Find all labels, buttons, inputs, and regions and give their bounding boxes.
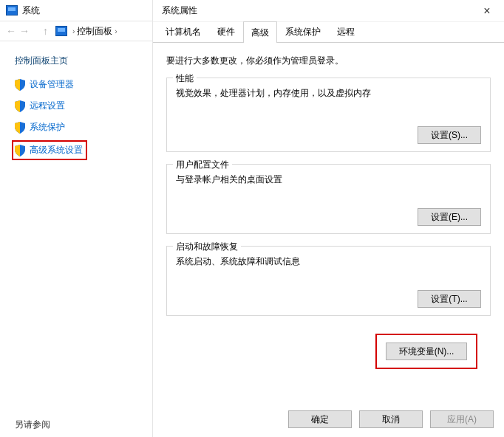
apply-button[interactable]: 应用(A) (430, 410, 494, 428)
close-icon[interactable]: × (470, 0, 504, 22)
sidebar-list: 设备管理器 远程设置 系统保护 高级系统设置 (15, 78, 140, 160)
monitor-icon (6, 5, 18, 16)
shield-icon (15, 100, 25, 112)
admin-notice: 要进行大多数更改，你必须作为管理员登录。 (166, 55, 491, 67)
nav-forward-icon[interactable]: → (18, 24, 31, 38)
chevron-right-icon: › (112, 27, 119, 35)
shield-icon (15, 122, 25, 134)
tab-hardware[interactable]: 硬件 (209, 21, 243, 42)
see-also-label: 另请参阅 (15, 419, 50, 431)
breadcrumb-bar: ← → ↑ › 控制面板 › (0, 21, 152, 41)
window-titlebar: 系统 (0, 0, 152, 21)
group-startup-recovery: 启动和故障恢复 系统启动、系统故障和调试信息 设置(T)... (166, 246, 491, 316)
environment-variables-button[interactable]: 环境变量(N)... (386, 343, 467, 360)
tab-remote[interactable]: 远程 (329, 21, 363, 42)
group-title: 性能 (173, 72, 197, 85)
breadcrumb-item[interactable]: 控制面板 (77, 25, 112, 38)
group-title: 用户配置文件 (173, 159, 232, 171)
startup-recovery-settings-button[interactable]: 设置(T)... (418, 290, 481, 308)
control-panel-system-pane: 系统 ← → ↑ › 控制面板 › 控制面板主页 设备管理器 远程设置 系统保护 (0, 0, 152, 437)
dialog-body: 要进行大多数更改，你必须作为管理员登录。 性能 视觉效果，处理器计划，内存使用，… (153, 43, 504, 369)
dialog-title: 系统属性 (162, 4, 197, 17)
sidebar-item-remote-settings[interactable]: 远程设置 (15, 99, 140, 113)
sidebar-item-device-manager[interactable]: 设备管理器 (15, 78, 140, 92)
nav-back-icon[interactable]: ← (4, 24, 18, 38)
shield-icon (15, 79, 25, 91)
dialog-titlebar: 系统属性 × (153, 0, 504, 22)
tab-system-protection[interactable]: 系统保护 (277, 21, 329, 42)
highlight-advanced-system-settings: 高级系统设置 (12, 140, 87, 160)
tab-strip: 计算机名 硬件 高级 系统保护 远程 (153, 22, 504, 43)
sidebar-item-system-protection[interactable]: 系统保护 (15, 120, 140, 134)
sidebar-item-label: 系统保护 (30, 121, 65, 134)
chevron-right-icon: › (70, 27, 77, 35)
window-title: 系统 (22, 4, 40, 17)
ok-button[interactable]: 确定 (288, 410, 352, 428)
performance-settings-button[interactable]: 设置(S)... (418, 126, 481, 144)
system-properties-dialog: 系统属性 × 计算机名 硬件 高级 系统保护 远程 要进行大多数更改，你必须作为… (152, 0, 504, 437)
shield-icon (15, 145, 25, 156)
group-title: 启动和故障恢复 (173, 241, 241, 253)
sidebar-item-label: 高级系统设置 (30, 144, 83, 156)
group-desc: 系统启动、系统故障和调试信息 (176, 255, 481, 268)
tab-advanced[interactable]: 高级 (243, 21, 277, 43)
sidebar-item-advanced-system-settings[interactable]: 高级系统设置 (15, 143, 83, 157)
cancel-button[interactable]: 取消 (359, 410, 423, 428)
monitor-icon (55, 26, 67, 36)
user-profiles-settings-button[interactable]: 设置(E)... (418, 208, 481, 226)
sidebar: 控制面板主页 设备管理器 远程设置 系统保护 高级系统设置 (0, 41, 152, 160)
nav-up-icon[interactable]: ↑ (43, 25, 48, 37)
group-user-profiles: 用户配置文件 与登录帐户相关的桌面设置 设置(E)... (166, 164, 491, 234)
group-desc: 与登录帐户相关的桌面设置 (176, 173, 481, 186)
group-desc: 视觉效果，处理器计划，内存使用，以及虚拟内存 (176, 87, 481, 100)
sidebar-item-label: 远程设置 (30, 100, 65, 112)
dialog-footer: 确定 取消 应用(A) (288, 410, 494, 428)
highlight-environment-variables: 环境变量(N)... (375, 334, 477, 369)
sidebar-heading[interactable]: 控制面板主页 (15, 55, 140, 67)
sidebar-item-label: 设备管理器 (30, 78, 74, 91)
group-performance: 性能 视觉效果，处理器计划，内存使用，以及虚拟内存 设置(S)... (166, 78, 491, 152)
tab-computer-name[interactable]: 计算机名 (157, 21, 209, 42)
